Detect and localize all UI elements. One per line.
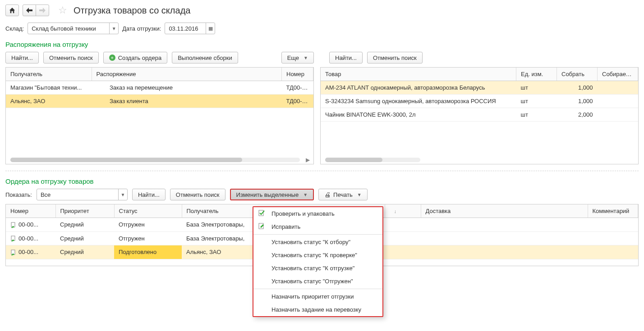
- warehouse-select[interactable]: Склад бытовой техники ▼: [28, 23, 119, 34]
- page-title: Отгрузка товаров со склада: [74, 5, 190, 16]
- date-value: 03.11.2016: [165, 25, 206, 32]
- table-row[interactable]: Магазин "Бытовая техни...Заказ на переме…: [6, 81, 313, 95]
- show-label: Показать:: [5, 191, 32, 198]
- print-button[interactable]: 🖨 Печать ▼: [318, 189, 368, 200]
- warehouse-label: Склад:: [5, 25, 24, 32]
- col-product[interactable]: Товар: [321, 68, 516, 81]
- document-icon: [10, 236, 17, 242]
- menu-item[interactable]: Установить статус "К проверке": [253, 249, 382, 262]
- plus-icon: +: [109, 54, 115, 61]
- forward-button[interactable]: [36, 5, 49, 16]
- dispatch-orders-table[interactable]: Получатель Распоряжение Номер Магазин "Б…: [5, 67, 314, 164]
- menu-item[interactable]: Проверить и упаковать: [253, 207, 382, 220]
- chevron-down-icon: ▼: [357, 192, 362, 197]
- divider: [5, 171, 639, 171]
- menu-item[interactable]: Назначить задание на перевозку: [253, 303, 382, 316]
- col-unit[interactable]: Ед. изм.: [516, 68, 557, 81]
- col-collect[interactable]: Собрать: [557, 68, 598, 81]
- col-recipient[interactable]: Получатель: [6, 68, 92, 81]
- col-priority[interactable]: Приоритет: [55, 204, 114, 218]
- change-selected-button[interactable]: Изменить выделенные ▼: [230, 189, 314, 200]
- scrollbar-h[interactable]: [325, 158, 420, 162]
- show-filter-value: Все: [37, 191, 118, 198]
- cancel-search-button: Отменить поиск: [43, 52, 99, 63]
- col-delivery[interactable]: Доставка: [421, 204, 588, 218]
- orders-find-button[interactable]: Найти...: [132, 189, 166, 200]
- col-number[interactable]: Номер: [282, 68, 313, 81]
- check-icon: [258, 209, 265, 218]
- table-row[interactable]: Чайник BINATONE EWK-3000, 2лшт2,000: [321, 108, 638, 122]
- table-row[interactable]: S-3243234 Samsung однокамерный, авторазм…: [321, 95, 638, 108]
- chevron-down-icon: ▼: [303, 192, 308, 197]
- chevron-down-icon: ▼: [304, 55, 308, 60]
- col-date-sort[interactable]: ↓: [385, 204, 421, 218]
- chevron-down-icon[interactable]: ▼: [109, 23, 118, 34]
- menu-item[interactable]: Установить статус "Отгружен": [253, 275, 382, 288]
- arrow-right-icon: [39, 8, 46, 13]
- menu-separator: [253, 289, 382, 289]
- show-filter-select[interactable]: Все ▼: [37, 189, 128, 200]
- section-orders-title: Ордера на отгрузку товаров: [0, 176, 644, 189]
- col-order[interactable]: Распоряжение: [92, 68, 282, 81]
- table-row[interactable]: Альянс, ЗАОЗаказ клиентаТД00-000: [6, 95, 313, 108]
- find-button-right[interactable]: Найти...: [329, 52, 363, 63]
- table-row[interactable]: AM-234 ATLANT однокамерный, авторазмороз…: [321, 81, 638, 95]
- change-selected-menu: Проверить и упаковатьИсправить Установит…: [253, 206, 383, 317]
- home-icon: [9, 7, 15, 14]
- scroll-right-icon[interactable]: ▶: [306, 157, 310, 163]
- chevron-down-icon[interactable]: ▼: [118, 189, 127, 200]
- arrow-left-icon: [26, 8, 32, 13]
- menu-item[interactable]: Назначить приоритет отгрузки: [253, 290, 382, 303]
- menu-item[interactable]: Установить статус "К отгрузке": [253, 262, 382, 275]
- menu-separator: [253, 234, 382, 235]
- section-dispatch-title: Распоряжения на отгрузку: [0, 39, 644, 52]
- calendar-icon[interactable]: ▦: [206, 23, 215, 34]
- col-comment[interactable]: Комментарий: [588, 204, 638, 218]
- edit-icon: [258, 222, 265, 231]
- cancel-search-button-right: Отменить поиск: [367, 52, 423, 63]
- home-button[interactable]: [5, 5, 19, 16]
- create-orders-button[interactable]: +Создать ордера: [103, 52, 167, 63]
- col-collecting[interactable]: Собирается: [598, 68, 638, 81]
- products-table[interactable]: Товар Ед. изм. Собрать Собирается AM-234…: [320, 67, 639, 164]
- date-input[interactable]: 03.11.2016 ▦: [165, 23, 215, 34]
- favorite-star-icon[interactable]: ☆: [58, 5, 67, 16]
- col-status[interactable]: Статус: [114, 204, 182, 218]
- more-button[interactable]: Еще▼: [281, 52, 314, 63]
- scrollbar-h[interactable]: [10, 158, 300, 162]
- orders-cancel-search-button: Отменить поиск: [170, 189, 225, 200]
- find-button[interactable]: Найти...: [5, 52, 39, 63]
- printer-icon: 🖨: [324, 191, 331, 198]
- assembly-button[interactable]: Выполнение сборки: [172, 52, 238, 63]
- sort-down-icon: ↓: [390, 209, 401, 214]
- document-icon: [10, 249, 17, 256]
- col-number[interactable]: Номер: [6, 204, 55, 218]
- date-label: Дата отгрузки:: [122, 25, 161, 32]
- menu-item[interactable]: Исправить: [253, 220, 382, 233]
- document-icon: [10, 222, 17, 228]
- back-button[interactable]: [23, 5, 36, 16]
- warehouse-value: Склад бытовой техники: [28, 25, 109, 32]
- menu-item[interactable]: Установить статус "К отбору": [253, 236, 382, 249]
